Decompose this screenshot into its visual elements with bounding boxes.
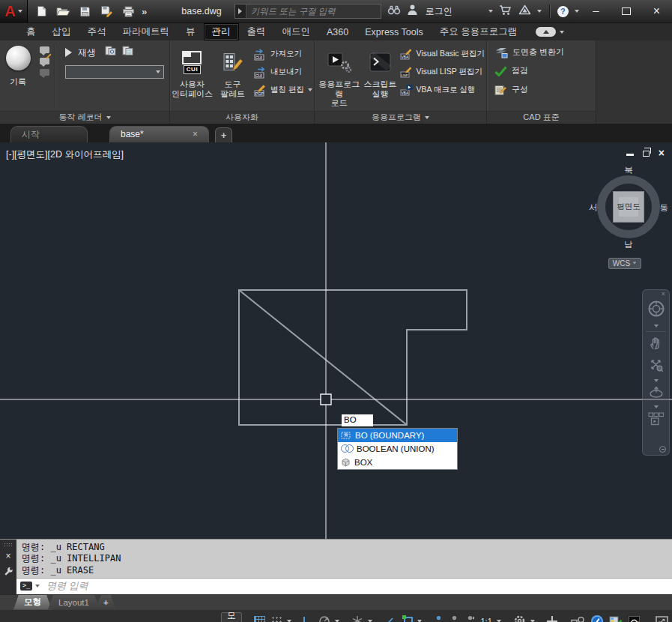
open-file-button[interactable] [55,3,71,19]
navbar-close-icon[interactable]: × [662,291,665,298]
navigation-wheel-icon[interactable] [647,300,665,321]
performance-warning-button[interactable] [627,612,644,622]
annotation-monitor-button[interactable] [545,612,559,622]
osnap-dropdown-icon[interactable] [417,620,422,622]
customize-wrench-icon[interactable] [4,566,13,579]
save-button[interactable] [76,3,93,19]
viewcube-east[interactable]: 동 [660,202,669,214]
viewport-close-icon[interactable]: × [659,148,665,158]
login-dropdown-icon[interactable] [488,10,493,13]
search-collapse-icon[interactable] [235,4,246,18]
close-button[interactable]: × [653,5,660,17]
minimize-button[interactable]: – [593,4,599,16]
annotation-visibility-button[interactable] [432,612,445,622]
tool-palettes-button[interactable]: 도구팔레트 [213,43,252,108]
file-tab-base[interactable]: base* × [109,126,209,142]
macro-select-combobox[interactable] [65,65,164,79]
toolbar-overflow-icon[interactable]: » [142,6,146,17]
help-icon[interactable]: ? [557,6,569,17]
visual-lisp-editor-button[interactable]: LISP Visual LISP 편집기 [400,64,485,79]
manage-action-macro-icon[interactable] [105,46,116,59]
viewport-minimize-icon[interactable] [626,154,634,156]
search-box[interactable]: 키워드 또는 구절 입력 [234,4,381,19]
viewport-controls-label[interactable]: [-][평면도][2D 와이어프레임] [6,148,124,161]
help-dropdown-icon[interactable] [575,10,579,13]
preference-icon[interactable] [122,46,133,59]
check-standards-button[interactable]: 점검 [494,63,564,79]
export-button[interactable]: CUI 내보내기 [254,64,312,79]
hardware-acceleration-button[interactable] [608,612,624,622]
isodraft-button[interactable] [350,612,365,622]
new-layout-button[interactable]: + [96,595,116,610]
viewcube[interactable]: 북 동 남 서 평면도 [593,165,665,253]
import-button[interactable]: CUI 가져오기 [254,46,312,61]
search-icon[interactable] [387,4,401,18]
grid-display-button[interactable] [252,612,267,622]
tab-annotate[interactable]: 주석 [79,23,115,40]
panel-title-action-recorder[interactable]: 동작 레코더 [0,111,169,124]
wc-dropdown-icon[interactable] [633,262,637,264]
combobox-dropdown-icon[interactable] [156,70,160,73]
navigation-bar[interactable]: × [642,289,670,456]
autocomplete-item-boundary[interactable]: BO (BOUNDARY) [338,429,457,442]
new-file-button[interactable] [33,3,49,19]
ribbon-collapse-icon[interactable] [536,27,556,37]
graphics-performance-button[interactable] [590,612,605,622]
pan-hand-icon[interactable] [649,336,664,354]
autocomplete-item-box[interactable]: BOX [338,456,457,469]
a360-dropdown-icon[interactable] [537,10,542,13]
tab-express-tools[interactable]: Express Tools [357,23,432,40]
tab-view[interactable]: 뷰 [178,23,204,40]
command-history[interactable]: 명령: _u RECTANG 명령: _u INTELLIPAN 명령: _u … [16,540,672,578]
plot-button[interactable] [120,3,136,19]
viewcube-south[interactable]: 남 [593,239,665,250]
maximize-button[interactable] [622,7,631,15]
a360-icon[interactable] [518,4,531,18]
run-vba-macro-button[interactable]: VBA VBA 매크로 실행 [400,82,485,97]
wcs-menu[interactable]: WCS [608,258,641,269]
scale-dropdown-icon[interactable] [497,620,501,622]
app-store-cart-icon[interactable] [499,4,512,19]
orbit-icon[interactable] [649,386,664,402]
alias-dropdown-icon[interactable] [308,88,312,91]
tab-output[interactable]: 출력 [239,23,274,40]
polar-tracking-button[interactable] [317,612,332,622]
clean-screen-button[interactable] [654,612,670,622]
layer-translator-button[interactable]: 도면층 변환기 [494,44,564,60]
tab-addins[interactable]: 애드인 [274,23,319,40]
tab-parametric[interactable]: 파라메트릭 [115,23,178,40]
wheel-dropdown-icon[interactable] [654,324,659,327]
navbar-minimize-icon[interactable] [659,446,666,453]
orbit-dropdown-icon[interactable] [654,405,659,408]
insert-message-icon[interactable] [40,46,49,53]
tab-insert[interactable]: 삽입 [44,23,79,40]
showmotion-icon[interactable] [648,412,665,429]
object-snap-button[interactable] [402,612,414,622]
drag-grip-icon[interactable] [4,543,13,546]
viewcube-top-face[interactable]: 평면도 [613,191,644,223]
snap-dropdown-icon[interactable] [287,620,291,622]
snap-mode-button[interactable] [270,612,284,622]
tab-a360[interactable]: A360 [318,23,357,40]
autocomplete-item-boolean[interactable]: BOOLEAN (UNION) [338,442,457,456]
save-as-button[interactable] [98,3,115,19]
visual-basic-editor-button[interactable]: VBA Visual Basic 편집기 [400,46,485,61]
viewport-restore-icon[interactable] [643,151,650,157]
tab-manage[interactable]: 관리 [204,23,239,40]
user-icon[interactable] [407,4,418,19]
dynamic-input-field[interactable]: BO [342,414,373,426]
tab-featured-apps[interactable]: 주요 응용프로그램 [432,23,525,40]
command-prompt-icon[interactable]: >_ [20,582,32,591]
drawn-polyline[interactable] [239,290,467,425]
isodraft-dropdown-icon[interactable] [368,620,372,622]
user-interface-button[interactable]: CUI 사용자인터페이스 [172,43,213,108]
zoom-dropdown-icon[interactable] [654,379,659,382]
viewcube-west[interactable]: 서 [589,202,598,214]
viewcube-north[interactable]: 북 [593,165,665,176]
panel-expand-icon[interactable] [106,116,111,119]
ribbon-collapse-control[interactable] [536,23,564,40]
command-input[interactable]: >_ 명령 입력 [16,578,672,594]
object-snap-tracking-button[interactable] [383,612,399,622]
annotation-scale-label[interactable]: 1:1 [481,617,492,622]
layout-tab-layout1[interactable]: Layout1 [48,595,100,610]
